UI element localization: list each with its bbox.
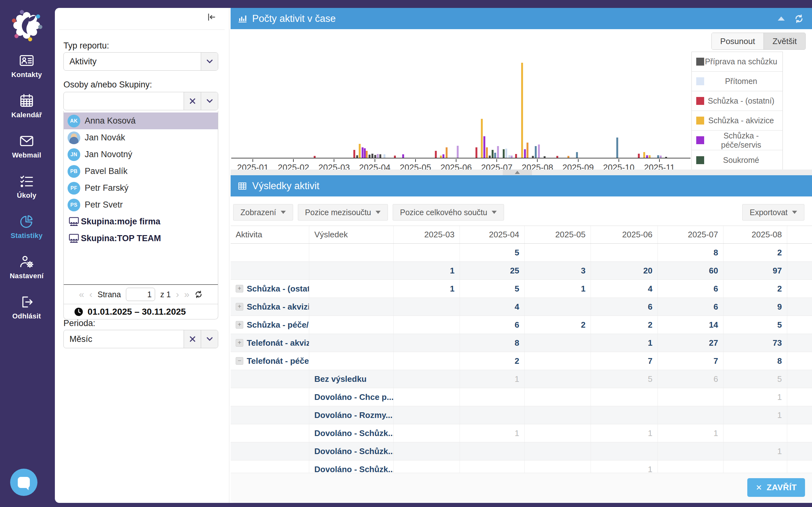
axis-tick — [415, 159, 416, 162]
column-header[interactable]: 2025-07 — [658, 226, 723, 243]
legend-item[interactable]: Příprava na schůzku — [692, 52, 782, 72]
filter-panel: Typ reportu: Aktivity Osoby a/nebo Skupi… — [55, 8, 229, 503]
chat-button[interactable] — [10, 469, 38, 496]
legend-item[interactable]: Přítomen — [692, 72, 782, 91]
next-page-button[interactable]: › — [176, 289, 179, 300]
sidebar-item-kalendar[interactable]: Kalendář — [0, 94, 53, 124]
table-row[interactable]: +Schůzka - péče/servis622145 — [231, 316, 812, 334]
expand-toggle[interactable]: + — [236, 285, 243, 292]
people-list-item[interactable]: AKAnna Kosová — [64, 112, 218, 129]
value-cell: 60 — [658, 262, 723, 279]
chart-bar — [665, 157, 667, 158]
table-row[interactable]: Dovoláno - Chce p...1 — [231, 388, 812, 406]
pan-button[interactable]: Posunout — [712, 33, 764, 49]
column-header[interactable]: Výsledek — [309, 226, 394, 243]
prev-page-button[interactable]: ‹ — [89, 289, 92, 300]
period-select[interactable]: Měsíc — [63, 330, 218, 348]
table-row[interactable]: Dovoláno - Schůzk...1 — [231, 460, 812, 473]
expand-toggle[interactable]: + — [236, 303, 243, 311]
column-header[interactable]: 2025-05 — [525, 226, 591, 243]
report-type-select[interactable]: Aktivity — [63, 52, 218, 71]
toolbar-button-label: Pozice celkového součtu — [400, 208, 487, 217]
filler-cell — [787, 244, 812, 262]
axis-tick — [659, 159, 660, 162]
legend-item[interactable]: Schůzka - (ostatní) — [692, 91, 782, 111]
aktivita-cell — [231, 442, 309, 460]
value-cell: 2 — [460, 352, 525, 370]
person-name: Jan Novák — [85, 133, 125, 143]
people-list-item[interactable]: Jan Novák — [64, 129, 218, 146]
people-list-item[interactable]: JNJan Novotný — [64, 146, 218, 163]
last-page-button[interactable]: » — [184, 289, 190, 300]
column-header[interactable]: Aktivita — [231, 226, 309, 243]
column-header[interactable]: 2025-08 — [723, 226, 787, 243]
expand-toggle[interactable]: − — [236, 357, 243, 365]
period-clear-button[interactable] — [184, 330, 201, 348]
people-list-item[interactable]: PBPavel Balík — [64, 163, 218, 180]
people-list-item[interactable]: PFPetr Farský — [64, 180, 218, 196]
value-cell — [394, 442, 460, 460]
date-range-row[interactable]: 01.01.2025 – 30.11.2025 — [64, 304, 218, 319]
chart-plot[interactable] — [231, 29, 691, 158]
value-cell: 2 — [525, 316, 591, 334]
panel-divider — [231, 170, 812, 175]
zoom-button[interactable]: Zvětšit — [763, 33, 805, 49]
toolbar-button-1[interactable]: Pozice mezisoučtu — [298, 204, 388, 221]
expand-toggle[interactable]: + — [236, 321, 243, 329]
filler-cell — [787, 460, 812, 473]
people-clear-button[interactable] — [184, 92, 201, 110]
sidebar-item-statistiky[interactable]: Statistiky — [0, 214, 53, 245]
column-header[interactable]: 2025-06 — [591, 226, 658, 243]
report-type-dropdown-button[interactable] — [201, 53, 218, 70]
sidebar-item-odhlasit[interactable]: Odhlásit — [0, 295, 53, 326]
legend-item[interactable]: Schůzka - akvizice — [692, 111, 782, 130]
table-row[interactable]: Dovoláno - Rozmy...1 — [231, 406, 812, 424]
collapse-handle[interactable] — [503, 170, 532, 175]
expand-toggle[interactable]: + — [236, 339, 243, 347]
page-input[interactable] — [126, 288, 155, 301]
close-button[interactable]: ✕ ZAVŘÍT — [747, 478, 805, 497]
toolbar-button-2[interactable]: Pozice celkového součtu — [393, 204, 504, 221]
collapse-chart-icon[interactable] — [778, 16, 785, 20]
people-list-item[interactable]: PSPetr Svetr — [64, 196, 218, 213]
table-row[interactable]: +Telefonát - akvizice812773 — [231, 334, 812, 352]
people-dropdown-button[interactable] — [201, 92, 218, 110]
period-dropdown-button[interactable] — [201, 330, 218, 348]
table-row[interactable]: Bez výsledku1565 — [231, 370, 812, 388]
value-cell: 2 — [591, 316, 658, 334]
legend-item[interactable]: Schůzka - péče/servis — [692, 130, 782, 150]
people-search-input[interactable] — [64, 92, 184, 110]
people-list-item[interactable]: Skupina:TOP TEAM — [64, 230, 218, 247]
table-row[interactable]: Dovoláno - Schůzk...111 — [231, 424, 812, 442]
refresh-list-icon[interactable] — [194, 290, 203, 298]
sidebar-item-nastaveni[interactable]: Nastavení — [0, 255, 53, 285]
first-page-button[interactable]: « — [79, 289, 84, 300]
table-row[interactable]: 582 — [231, 244, 812, 262]
collapse-panel-icon[interactable] — [207, 12, 216, 22]
table-row[interactable]: +Schůzka - (ostatní)151462 — [231, 280, 812, 298]
people-list-item[interactable]: Skupina:moje firma — [64, 213, 218, 230]
toolbar-button-label: Pozice mezisoučtu — [305, 208, 371, 217]
app-logo-icon[interactable] — [10, 9, 43, 42]
table-row[interactable]: Dovoláno - Schůzk...1 — [231, 442, 812, 460]
filler-cell — [787, 424, 812, 442]
chart-area: 2025-012025-022025-032025-042025-052025-… — [231, 29, 812, 170]
chart-bar — [497, 146, 499, 158]
toolbar-button-0[interactable]: Zobrazení — [233, 204, 293, 221]
axis-tick — [374, 159, 375, 162]
sidebar-item-ukoly[interactable]: Úkoly — [0, 174, 53, 205]
close-icon — [189, 98, 196, 105]
sidebar-item-webmail[interactable]: Webmail — [0, 134, 53, 164]
refresh-chart-icon[interactable] — [794, 14, 804, 23]
value-cell: 1 — [591, 334, 658, 352]
table-row[interactable]: 1253206097 — [231, 262, 812, 280]
column-header[interactable]: 2025-04 — [460, 226, 525, 243]
column-header[interactable]: 2025-03 — [394, 226, 460, 243]
table-row[interactable]: +Schůzka - akvizice4669 — [231, 298, 812, 316]
table-row[interactable]: −Telefonát - péče/servis2778 — [231, 352, 812, 370]
legend-item[interactable]: Soukromé — [692, 150, 782, 170]
sidebar-item-kontakty[interactable]: Kontakty — [0, 53, 53, 84]
legend-swatch — [696, 136, 704, 144]
export-button[interactable]: Exportovat — [742, 204, 804, 221]
axis-tick — [334, 159, 334, 162]
